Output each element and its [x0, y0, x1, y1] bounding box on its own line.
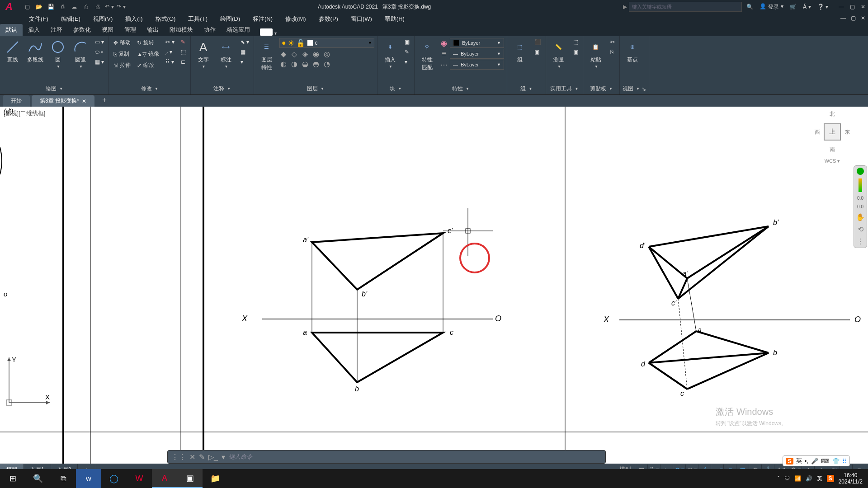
tab-manage[interactable]: 管理 — [119, 24, 142, 36]
viewcube[interactable]: 北 西 上 东 南 WCS ▾ — [815, 110, 850, 164]
panel-clipboard-label[interactable]: 剪贴板 ▼ — [586, 83, 617, 94]
tab-collaborate[interactable]: 协作 — [198, 24, 221, 36]
command-input[interactable]: 键入命令 — [229, 453, 602, 461]
cmd-handle-icon[interactable]: ⋮⋮ — [171, 453, 186, 461]
featured-badge-icon[interactable] — [260, 28, 273, 36]
panel-block-label[interactable]: 块 ▼ — [380, 83, 411, 94]
tab-insert[interactable]: 插入 — [23, 24, 45, 36]
dimension-button[interactable]: ⟷标注▼ — [216, 38, 236, 70]
tray-network-icon[interactable]: 📶 — [794, 475, 801, 482]
viewport-label[interactable]: [俯视][二维线框] — [4, 109, 45, 117]
array-button[interactable]: ⠿ ▾ — [164, 58, 176, 66]
paste-button[interactable]: 📋粘贴▼ — [586, 38, 606, 70]
ime-punct-icon[interactable]: •, — [805, 458, 808, 465]
close-button[interactable]: ✕ — [858, 2, 868, 11]
hatch-button[interactable]: ▦ ▾ — [93, 58, 106, 66]
layer-tool-10-icon[interactable]: ◔ — [323, 60, 331, 68]
layer-properties-button[interactable]: ☰图层 特性 — [257, 38, 277, 72]
nav-pan-icon[interactable]: ✋ — [856, 213, 865, 221]
tab-start[interactable]: 开始 — [3, 95, 30, 107]
color-selector[interactable]: ByLayer▼ — [450, 38, 504, 48]
autodesk-app-icon[interactable]: Ǎ ▾ — [803, 4, 811, 10]
tab-current-file[interactable]: 第3章 投影变换*✕ — [32, 95, 94, 107]
tab-default[interactable]: 默认 — [0, 24, 23, 36]
group-button[interactable]: ⬚组 — [510, 38, 530, 65]
qat-web-icon[interactable]: ☁ — [70, 2, 79, 11]
linetype-icon[interactable]: ⋯ — [440, 61, 448, 69]
cmd-custom-icon[interactable]: ✎ — [199, 453, 205, 461]
layer-tool-9-icon[interactable]: ◓ — [312, 60, 320, 68]
autocad-taskbar-icon[interactable]: A — [152, 469, 177, 488]
qat-print-icon[interactable]: 🖨 — [93, 2, 102, 11]
panel-properties-label[interactable]: 特性 ▼ — [417, 83, 504, 94]
util-2-button[interactable]: ▣ — [571, 48, 580, 56]
copy-clip-button[interactable]: ⎘ — [609, 48, 617, 56]
menu-dimension[interactable]: 标注(N) — [246, 14, 279, 24]
panel-group-label[interactable]: 组 ▼ — [510, 83, 543, 94]
ime-logo-icon[interactable]: S — [786, 458, 793, 465]
menu-draw[interactable]: 绘图(D) — [214, 14, 246, 24]
wcs-label[interactable]: WCS ▾ — [815, 158, 850, 164]
qat-new-icon[interactable]: ▢ — [23, 2, 32, 11]
ime-tools-icon[interactable]: ⠿ — [842, 458, 847, 465]
arc-button[interactable]: 圆弧▼ — [71, 38, 90, 70]
layer-tool-7-icon[interactable]: ◑ — [290, 60, 298, 68]
ime-voice-icon[interactable]: 🎤 — [811, 458, 818, 465]
lineweight-icon[interactable]: ≡ — [440, 50, 448, 58]
layer-tool-5-icon[interactable]: ◎ — [323, 50, 331, 58]
tab-add-button[interactable]: ＋ — [96, 94, 113, 107]
block-attr-button[interactable]: ▾ — [403, 58, 411, 66]
tray-volume-icon[interactable]: 🔊 — [806, 475, 812, 482]
doc-restore-button[interactable]: ▢ — [848, 14, 858, 23]
search-taskbar-icon[interactable]: 🔍 — [25, 469, 51, 488]
color-wheel-icon[interactable]: ◉ — [440, 39, 448, 47]
leader-button[interactable]: ⬉ ▾ — [239, 38, 251, 46]
tray-expand-icon[interactable]: ˄ — [777, 475, 780, 482]
cut-button[interactable]: ✂ — [609, 38, 617, 46]
word-icon[interactable]: W — [76, 469, 101, 488]
menu-help[interactable]: 帮助(H) — [378, 14, 411, 24]
explorer-icon[interactable]: 📁 — [203, 469, 228, 488]
panel-utilities-label[interactable]: 实用工具 ▼ — [549, 83, 580, 94]
app-logo[interactable]: A — [0, 0, 18, 14]
tray-clock[interactable]: 16:40 2024/11/2 — [839, 472, 863, 485]
drawing-canvas[interactable]: [俯视][二维线框] (d') o X O a' c' b' a c b — [0, 107, 868, 464]
search-input[interactable]: 键入关键字或短语 — [629, 2, 742, 12]
match-properties-button[interactable]: ⚲特性 匹配 — [417, 38, 437, 72]
linetype-selector[interactable]: — ByLayer▼ — [450, 60, 504, 70]
lineweight-selector[interactable]: — ByLayer▼ — [450, 49, 504, 59]
doc-minimize-button[interactable]: — — [838, 14, 848, 23]
tab-featured[interactable]: 精选应用 — [221, 24, 255, 36]
menu-tools[interactable]: 工具(T) — [182, 14, 214, 24]
ungroup-button[interactable]: ⬛ — [533, 38, 543, 46]
erase-button[interactable]: ✎ — [179, 38, 188, 46]
menu-edit[interactable]: 编辑(E) — [55, 14, 87, 24]
qat-open-icon[interactable]: 📂 — [34, 2, 43, 11]
qat-redo-icon[interactable]: ↷ ▾ — [117, 2, 126, 11]
ime-lang-button[interactable]: 英 — [796, 457, 802, 465]
doc-close-button[interactable]: ✕ — [858, 14, 868, 23]
ime-toolbar[interactable]: S 英 •, 🎤 ⌨ 👕 ⠿ — [783, 455, 850, 466]
nav-more-icon[interactable]: ⋮ — [857, 237, 864, 246]
layer-tool-4-icon[interactable]: ◉ — [312, 50, 320, 58]
copy-button[interactable]: ⎘ 复制 — [112, 49, 132, 59]
layer-tool-6-icon[interactable]: ◐ — [279, 60, 288, 68]
menu-format[interactable]: 格式(O) — [149, 14, 182, 24]
panel-annotation-label[interactable]: 注释 ▼ — [193, 83, 251, 94]
layer-tool-3-icon[interactable]: ◈ — [301, 50, 309, 58]
tab-annotate[interactable]: 注释 — [45, 24, 68, 36]
ime-keyboard-icon[interactable]: ⌨ — [821, 458, 830, 465]
offset-button[interactable]: ⊏ — [179, 58, 188, 66]
panel-draw-label[interactable]: 绘图 ▼ — [3, 83, 106, 94]
user-icon[interactable]: 👤 登录 ▾ — [760, 3, 783, 11]
wps-icon[interactable]: W — [127, 469, 152, 488]
measure-button[interactable]: 📏测量▼ — [549, 38, 569, 70]
anno-misc-button[interactable]: ▾ — [239, 58, 251, 66]
menu-insert[interactable]: 插入(I) — [119, 14, 149, 24]
tray-shield-icon[interactable]: 🛡 — [784, 475, 790, 482]
tab-addins[interactable]: 附加模块 — [164, 24, 198, 36]
menu-parametric[interactable]: 参数(P) — [312, 14, 344, 24]
cmd-close-icon[interactable]: ✕ — [189, 453, 195, 461]
polyline-button[interactable]: 多段线 — [25, 38, 45, 65]
minimize-button[interactable]: — — [836, 2, 846, 11]
